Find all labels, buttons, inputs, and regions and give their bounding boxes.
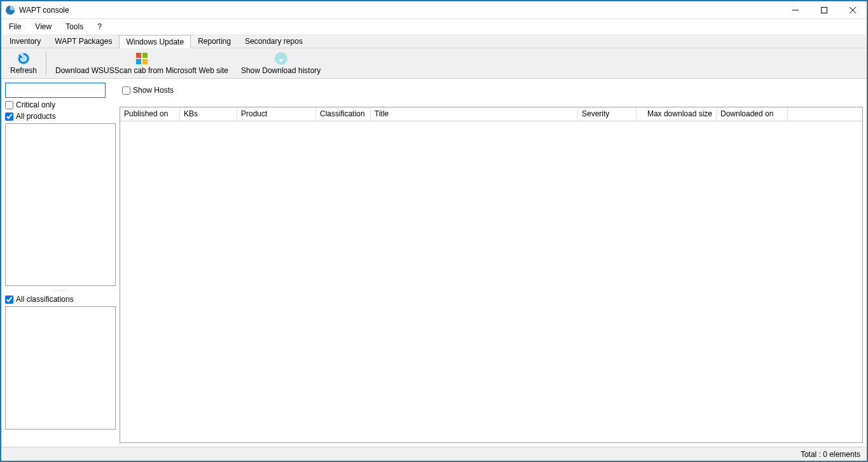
menu-file[interactable]: File <box>6 21 24 32</box>
svg-rect-9 <box>142 59 148 64</box>
svg-rect-8 <box>136 59 141 64</box>
window-controls <box>781 1 867 18</box>
show-hosts-input[interactable] <box>122 86 130 95</box>
refresh-button[interactable]: Refresh <box>5 50 42 78</box>
all-classifications-checkbox[interactable]: All classifications <box>5 295 116 304</box>
download-history-icon <box>274 51 288 65</box>
tab-inventory[interactable]: Inventory <box>3 34 48 48</box>
col-classification[interactable]: Classification <box>316 107 371 121</box>
statusbar: Total : 0 elements <box>1 447 867 461</box>
col-spacer <box>788 107 862 121</box>
show-history-button[interactable]: Show Download history <box>236 50 326 78</box>
all-classifications-input[interactable] <box>5 296 13 304</box>
titlebar: WAPT console <box>1 1 867 19</box>
sidebar: Critical only All products ········ All … <box>5 83 116 443</box>
search-input[interactable] <box>5 83 106 98</box>
status-total: Total : 0 elements <box>801 450 860 459</box>
all-classifications-label: All classifications <box>16 295 74 304</box>
show-history-label: Show Download history <box>241 66 320 75</box>
col-kbs[interactable]: KBs <box>180 107 237 121</box>
grid-body[interactable] <box>120 121 862 442</box>
tab-secondary-repos[interactable]: Secondary repos <box>238 34 310 48</box>
download-wsus-button[interactable]: Download WSUSScan cab from Microsoft Web… <box>50 50 233 78</box>
app-icon <box>5 5 15 15</box>
svg-point-10 <box>275 52 287 65</box>
show-hosts-checkbox[interactable]: Show Hosts <box>122 86 174 95</box>
menu-view[interactable]: View <box>32 21 54 32</box>
col-max-download-size[interactable]: Max download size <box>637 107 717 121</box>
close-button[interactable] <box>838 1 867 18</box>
all-products-checkbox[interactable]: All products <box>5 112 116 121</box>
svg-rect-2 <box>821 7 827 13</box>
tabbar: Inventory WAPT Packages Windows Update R… <box>1 34 867 48</box>
col-downloaded-on[interactable]: Downloaded on <box>717 107 788 121</box>
all-products-input[interactable] <box>5 112 13 121</box>
products-listbox[interactable] <box>5 123 116 286</box>
critical-only-input[interactable] <box>5 101 13 109</box>
col-severity[interactable]: Severity <box>578 107 637 121</box>
critical-only-checkbox[interactable]: Critical only <box>5 100 116 109</box>
updates-grid: Published on KBs Product Classification … <box>120 107 863 443</box>
window-title: WAPT console <box>19 6 781 15</box>
menubar: File View Tools ? <box>1 19 867 34</box>
main-area: Critical only All products ········ All … <box>1 79 867 447</box>
toolbar: Refresh Download WSUSScan cab from Micro… <box>1 48 867 79</box>
minimize-button[interactable] <box>781 1 809 18</box>
col-published-on[interactable]: Published on <box>120 107 180 121</box>
svg-rect-6 <box>136 53 141 58</box>
windows-logo-icon <box>135 51 149 65</box>
critical-only-label: Critical only <box>16 100 55 109</box>
refresh-label: Refresh <box>10 66 37 75</box>
menu-tools[interactable]: Tools <box>63 21 86 32</box>
content-area: Show Hosts Published on KBs Product Clas… <box>120 83 863 443</box>
grid-header: Published on KBs Product Classification … <box>120 107 862 121</box>
menu-help[interactable]: ? <box>95 21 104 32</box>
download-wsus-label: Download WSUSScan cab from Microsoft Web… <box>55 66 228 75</box>
toolbar-separator <box>46 52 46 75</box>
splitter[interactable]: ········ <box>5 289 116 292</box>
top-filters: Show Hosts <box>120 83 863 98</box>
col-product[interactable]: Product <box>237 107 316 121</box>
refresh-icon <box>17 51 31 65</box>
tab-packages[interactable]: WAPT Packages <box>48 34 119 48</box>
maximize-button[interactable] <box>809 1 838 18</box>
classifications-listbox[interactable] <box>5 306 116 430</box>
tab-windows-update[interactable]: Windows Update <box>119 35 191 48</box>
show-hosts-label: Show Hosts <box>133 86 174 95</box>
all-products-label: All products <box>16 112 56 121</box>
svg-rect-7 <box>142 53 148 58</box>
tab-reporting[interactable]: Reporting <box>191 34 238 48</box>
col-title[interactable]: Title <box>371 107 578 121</box>
